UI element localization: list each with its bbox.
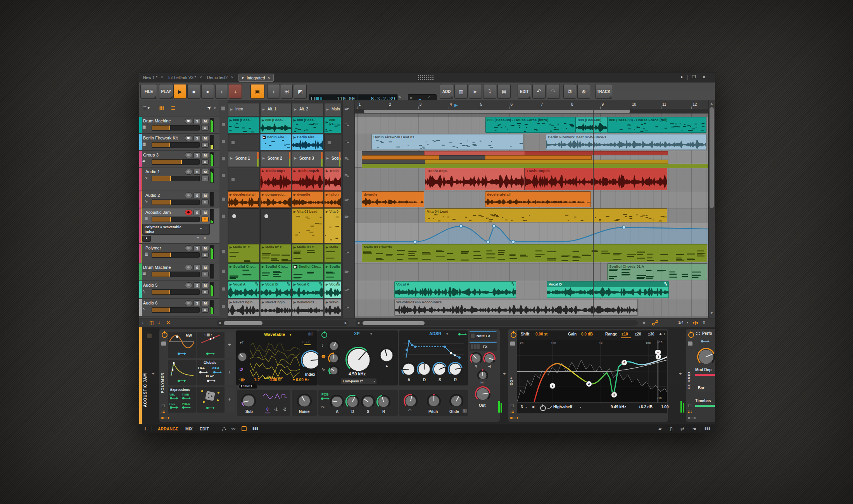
clip-cell-9-0[interactable]: ▶NeverEngin... (228, 299, 259, 316)
follow-playhead-icon[interactable]: ⤵ (158, 320, 160, 325)
clip-cell-5-3[interactable]: ▶Vita 0 (324, 208, 341, 243)
pan-knob[interactable] (477, 370, 489, 381)
amp-env-A-knob[interactable] (401, 361, 416, 377)
track-name[interactable]: Audio 2 (145, 193, 160, 198)
grid-division-chevron-icon[interactable]: ▾ (687, 321, 688, 324)
pin-icon[interactable]: ⊺ (205, 227, 207, 230)
volume-fader-handle[interactable] (169, 308, 170, 312)
clip-cell-8-3[interactable]: ▶Vocal▚ (324, 281, 341, 298)
amp-env-S-knob[interactable] (432, 361, 447, 377)
tab-close-icon[interactable]: ✕ (231, 76, 234, 79)
launcher-record-icon[interactable] (316, 97, 319, 100)
primary-device-chooser[interactable]: Polymer » WavetableIndex▾⊺ (142, 224, 210, 235)
close-window-icon[interactable]: ✕ (702, 75, 706, 80)
track-row-9[interactable]: Audio 6SM∿≡ (139, 299, 219, 317)
list-view-icon[interactable]: ☰ (171, 105, 175, 111)
grid-view-icon[interactable] (159, 106, 164, 110)
zoom-range-bar[interactable] (364, 110, 630, 113)
routing-button[interactable]: ≡ (201, 159, 209, 165)
track-name[interactable]: Polymer (145, 246, 161, 250)
arm-button[interactable] (185, 282, 192, 288)
clip-cell-1-1[interactable]: ▶Berlin Fire... (260, 134, 291, 150)
mod-arrow-icon[interactable] (701, 340, 710, 343)
add-modulation-icon[interactable]: + (197, 235, 199, 241)
volume-fader-handle[interactable] (169, 290, 170, 294)
note-fx-slot[interactable]: Note FX (470, 331, 497, 341)
mute-button[interactable]: M (202, 210, 209, 215)
play-button[interactable]: ▶ (173, 84, 186, 99)
sync-badge[interactable]: ⬆SYNC⬆ (238, 384, 258, 389)
mod-arrow-icon[interactable] (206, 406, 215, 409)
clip-cell-0-2[interactable]: ▶808 (Bass-... (292, 117, 323, 133)
adaptive-grid-icon[interactable]: ⬆ (702, 320, 706, 325)
mute-button[interactable]: M (202, 245, 209, 251)
solo-button[interactable]: S (193, 118, 201, 124)
scene-cell-2[interactable]: ▶Scene 3 (292, 151, 323, 167)
mute-button[interactable]: M (202, 282, 209, 288)
clip-cell-3-1[interactable]: ▶TrashLoop1 (260, 168, 291, 191)
track-row-0[interactable]: Drum MachineSM▦≡ (139, 117, 219, 134)
arranger-clip-13[interactable]: Vocal D▚ (547, 281, 669, 298)
clip-cell-8-0[interactable]: ▶Vocal A▚ (228, 281, 259, 298)
arranger-clip-4[interactable]: Berlin Firework Beat 02-bounce-1 (546, 134, 706, 150)
insert-device-button[interactable]: + (503, 371, 506, 377)
env-shape-knob[interactable] (403, 394, 418, 408)
clip-cell-5-1[interactable] (260, 208, 291, 243)
volume-fader-handle[interactable] (169, 143, 170, 147)
arranger-vscrollbar[interactable]: ▲▼ (708, 100, 715, 318)
track-button[interactable]: TRACK (595, 84, 612, 99)
hscroll-thumb[interactable] (224, 321, 262, 325)
tab-close-icon[interactable]: ✕ (199, 76, 202, 79)
overdub-button[interactable]: + (229, 84, 242, 99)
eq-handle-2[interactable]: 2 (586, 381, 592, 387)
track-stop-button-1[interactable] (222, 140, 225, 143)
clip-cell-3-0[interactable] (228, 168, 259, 191)
preset-folder-icon[interactable] (510, 342, 515, 346)
track-row-3[interactable]: Audio 1SM∿≡ (139, 168, 219, 191)
add-modulator-button-2[interactable]: + (225, 387, 235, 413)
routing-button[interactable]: ≡ (201, 125, 209, 131)
column-play-icon[interactable]: ▶ (326, 108, 329, 111)
routing-button[interactable]: ≡ (201, 142, 209, 148)
tab-close-icon[interactable]: ✕ (161, 76, 164, 79)
track-list-menu-icon[interactable]: ☰ ▾ (143, 106, 150, 110)
routing-button[interactable]: ≡ (201, 200, 209, 205)
arranger-record-icon[interactable] (311, 97, 315, 100)
preset-folder-icon[interactable] (688, 342, 692, 346)
track-stop-button-3[interactable] (222, 174, 225, 177)
clip-cell-0-3[interactable]: ▶808 (B... (324, 117, 341, 133)
arm-button[interactable] (185, 193, 192, 198)
solo-button[interactable]: S (193, 245, 201, 251)
volume-fader[interactable] (152, 200, 200, 205)
touch-mode-icon[interactable]: ☚ (692, 426, 696, 432)
volume-fader-handle[interactable] (170, 253, 171, 257)
play-start-marker-icon[interactable]: ▶ (454, 103, 458, 108)
clip-cell-8-1[interactable]: ▶Vocal B▚ (260, 281, 291, 298)
delete-button[interactable]: ⊗ (577, 84, 590, 99)
glide-knob[interactable] (449, 394, 464, 408)
volume-fader-handle[interactable] (170, 200, 171, 205)
row-scene-icon-9[interactable]: ☰▸ (344, 305, 349, 309)
scene-play-icon[interactable]: ▶ (326, 157, 329, 160)
clip-cell-1-3[interactable] (324, 134, 341, 150)
stop-all-clips-button[interactable] (221, 107, 225, 110)
clip-cell-1-0[interactable] (228, 134, 259, 150)
snap-toggle-icon[interactable]: ▸|◂ (693, 320, 698, 325)
solo-button[interactable]: S (193, 210, 201, 215)
notification-dot[interactable]: ● (680, 75, 683, 79)
remove-icon[interactable]: × (204, 236, 206, 240)
restore-window-icon[interactable]: ❐ (692, 74, 696, 79)
track-name[interactable]: Audio 6 (143, 301, 157, 305)
arranger-clip-14[interactable]: Wavoloid1955 Acccolours (394, 299, 638, 316)
inspector-page-icon[interactable]: ▯ (670, 426, 673, 432)
tab-3[interactable]: ▶Integrated✕ (238, 74, 274, 82)
amp-env-R-knob[interactable] (447, 361, 463, 377)
volume-fader-handle[interactable] (169, 272, 170, 277)
clip-cell-9-3[interactable]: ▶Wavo (324, 299, 341, 316)
eq-handle-1[interactable]: 1 (549, 383, 556, 389)
scene-play-icon[interactable]: ▶ (230, 157, 233, 160)
launcher-column-header-1[interactable]: ▶Alt. 1 (260, 103, 292, 116)
scene-play-icon[interactable]: ▶ (262, 157, 265, 160)
mute-button[interactable]: M (202, 169, 209, 175)
track-name[interactable]: Audio 5 (143, 283, 157, 287)
